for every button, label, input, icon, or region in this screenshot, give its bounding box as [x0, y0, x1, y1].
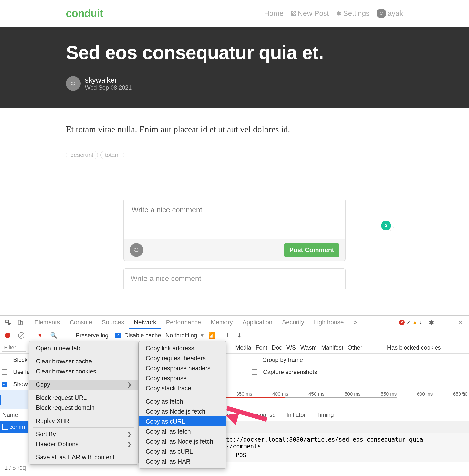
- menu-item[interactable]: Block request domain: [29, 403, 138, 413]
- disable-cache-checkbox[interactable]: [116, 333, 121, 338]
- timeline-selection[interactable]: [0, 390, 28, 409]
- menu-item[interactable]: Copy all as cURL: [139, 446, 226, 457]
- blocked-cookies-label: Has blocked cookies: [387, 344, 441, 351]
- menu-item[interactable]: Copy all as fetch: [139, 426, 226, 436]
- tag[interactable]: totam: [100, 151, 124, 159]
- comment-input-second[interactable]: Write a nice comment: [123, 268, 346, 289]
- menu-item[interactable]: Clear browser cache: [29, 357, 138, 366]
- menu-item[interactable]: Copy all as HAR: [139, 457, 226, 466]
- capture-checkbox[interactable]: [252, 369, 257, 375]
- author-avatar[interactable]: [66, 76, 81, 91]
- show-overview-checkbox[interactable]: [2, 382, 7, 387]
- search-icon[interactable]: 🔍: [50, 332, 57, 339]
- menu-item[interactable]: Block request URL: [29, 393, 138, 403]
- menu-item-label: Block request URL: [36, 394, 87, 401]
- filter-input[interactable]: [2, 344, 26, 352]
- type-ws[interactable]: WS: [286, 344, 296, 351]
- request-name-cell[interactable]: comm: [0, 421, 28, 433]
- nav-links: Home New Post Settings ayak: [264, 9, 403, 18]
- nav-settings[interactable]: Settings: [336, 9, 369, 17]
- use-large-checkbox[interactable]: [2, 369, 7, 375]
- svg-point-6: [137, 249, 138, 249]
- type-other[interactable]: Other: [348, 344, 362, 351]
- type-media[interactable]: Media: [235, 344, 251, 351]
- name-column-header[interactable]: Name: [0, 409, 28, 421]
- menu-item[interactable]: Copy as fetch: [139, 396, 226, 407]
- brand-logo[interactable]: conduit: [66, 7, 103, 19]
- menu-item[interactable]: Copy request headers: [139, 353, 226, 363]
- warning-count: 6: [420, 319, 423, 326]
- error-badge-icon[interactable]: ✕: [399, 320, 404, 325]
- comment-input[interactable]: [124, 199, 345, 238]
- menu-item[interactable]: Copy❯: [29, 380, 138, 390]
- type-font[interactable]: Font: [255, 344, 267, 351]
- menu-item[interactable]: Header Options❯: [29, 439, 138, 449]
- device-icon[interactable]: [17, 319, 24, 326]
- tags: deserunt totam: [66, 151, 403, 159]
- nav-new-post[interactable]: New Post: [290, 9, 329, 17]
- tab-performance[interactable]: Performance: [161, 316, 206, 329]
- tab-lighthouse[interactable]: Lighthouse: [309, 316, 349, 329]
- menu-item[interactable]: Copy as Node.js fetch: [139, 407, 226, 416]
- block-checkbox[interactable]: [2, 357, 7, 362]
- comment-area: G ⋮⋮ Post Comment Write a nice comment: [0, 184, 469, 289]
- request-checkbox[interactable]: [2, 424, 8, 430]
- kebab-icon[interactable]: ⋮: [442, 319, 450, 326]
- tab-sources[interactable]: Sources: [97, 316, 129, 329]
- menu-item[interactable]: Open in new tab: [29, 343, 138, 353]
- app-page: conduit Home New Post Settings ayak Sed …: [0, 0, 469, 289]
- tab-console[interactable]: Console: [65, 316, 97, 329]
- type-manifest[interactable]: Manifest: [321, 344, 343, 351]
- clear-icon[interactable]: [18, 332, 24, 339]
- record-icon[interactable]: [5, 333, 10, 338]
- tab-elements[interactable]: Elements: [30, 316, 65, 329]
- tab-application[interactable]: Application: [238, 316, 277, 329]
- nav-user[interactable]: ayak: [377, 9, 403, 18]
- menu-item-label: Save all as HAR with content: [36, 454, 115, 461]
- throttling-select[interactable]: No throttling: [166, 332, 197, 339]
- group-frame-label: Group by frame: [262, 357, 303, 363]
- tab-security[interactable]: Security: [277, 316, 309, 329]
- group-frame-checkbox[interactable]: [251, 357, 256, 362]
- menu-item[interactable]: Copy link address: [139, 343, 226, 353]
- context-menu-main[interactable]: Open in new tabClear browser cacheClear …: [29, 341, 139, 464]
- detail-tab-initiator[interactable]: Initiator: [281, 409, 311, 421]
- annotation-arrow: [227, 406, 268, 410]
- menu-item[interactable]: Copy as cURL: [139, 416, 226, 426]
- filter-icon[interactable]: ▼: [37, 331, 43, 339]
- author-name[interactable]: skywalker: [85, 76, 132, 84]
- dropdown-icon[interactable]: ▾: [201, 332, 203, 339]
- type-doc[interactable]: Doc: [272, 344, 282, 351]
- blocked-cookies-checkbox[interactable]: [376, 345, 381, 350]
- menu-item[interactable]: Sort By❯: [29, 429, 138, 439]
- tabs-more[interactable]: »: [349, 316, 362, 329]
- svg-point-3: [72, 82, 72, 83]
- timeline-tick: 350 ms: [236, 391, 252, 397]
- menu-item[interactable]: Copy response: [139, 373, 226, 383]
- context-menu-copy[interactable]: Copy link addressCopy request headersCop…: [139, 341, 226, 469]
- type-wasm[interactable]: Wasm: [300, 344, 317, 351]
- menu-separator: [33, 378, 134, 378]
- menu-item[interactable]: Copy stack trace: [139, 383, 226, 393]
- close-icon[interactable]: ✕: [457, 319, 464, 326]
- tab-network[interactable]: Network: [129, 316, 161, 329]
- post-comment-button[interactable]: Post Comment: [284, 243, 339, 257]
- menu-item[interactable]: Clear browser cookies: [29, 366, 138, 376]
- menu-item[interactable]: Save all as HAR with content: [29, 452, 138, 462]
- tag[interactable]: deserunt: [66, 151, 98, 159]
- tab-memory[interactable]: Memory: [206, 316, 237, 329]
- nav-home[interactable]: Home: [264, 9, 284, 17]
- warning-icon[interactable]: ▲: [412, 320, 417, 325]
- menu-item[interactable]: Replay XHR: [29, 416, 138, 426]
- preserve-log-checkbox[interactable]: [67, 333, 72, 338]
- menu-item[interactable]: Copy response headers: [139, 363, 226, 373]
- request-method-value: POST: [236, 452, 250, 459]
- wifi-icon[interactable]: 📶: [208, 332, 216, 339]
- download-icon[interactable]: ⬇: [237, 332, 242, 339]
- edit-icon: [290, 11, 296, 16]
- inspect-icon[interactable]: [4, 319, 12, 326]
- detail-tab-timing[interactable]: Timing: [311, 409, 339, 421]
- upload-icon[interactable]: ⬆: [225, 332, 230, 339]
- settings-gear-icon[interactable]: [428, 319, 435, 326]
- menu-item[interactable]: Copy all as Node.js fetch: [139, 436, 226, 446]
